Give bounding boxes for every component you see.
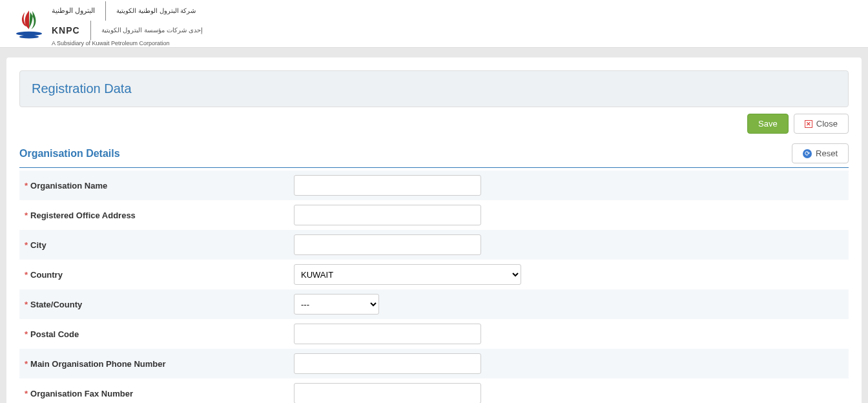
brand-short: KNPC (52, 25, 80, 36)
org-form: *Organisation Name *Registered Office Ad… (19, 170, 849, 403)
input-city[interactable] (294, 234, 481, 255)
reset-label: Reset (816, 149, 838, 158)
app-header: البترول الوطنية شركة البترول الوطنية الك… (0, 0, 868, 48)
row-org-name: *Organisation Name (19, 170, 849, 200)
label-country: Country (30, 270, 63, 280)
section-title: Organisation Details (19, 148, 120, 160)
input-fax[interactable] (294, 383, 481, 403)
close-button[interactable]: ✕ Close (794, 114, 849, 134)
input-postal[interactable] (294, 324, 481, 344)
knpc-flame-icon (13, 8, 45, 40)
brand-subsidiary: A Subsidiary of Kuwait Petroleum Corpora… (52, 40, 203, 46)
save-button[interactable]: Save (747, 114, 789, 134)
input-org-name[interactable] (294, 175, 481, 196)
label-state: State/County (30, 300, 82, 309)
label-phone: Main Organisation Phone Number (30, 359, 165, 369)
reset-icon: ⟳ (803, 149, 812, 158)
brand-ar-sub: إحدى شركات مؤسسة البترول الكويتية (101, 26, 203, 34)
input-phone[interactable] (294, 353, 481, 374)
row-fax: *Organisation Fax Number (19, 378, 849, 403)
label-city: City (30, 240, 46, 250)
panel-title: Registration Data (19, 70, 849, 107)
label-postal: Postal Code (30, 329, 79, 339)
main-card: Registration Data Save ✕ Close Organisat… (6, 57, 862, 403)
save-label: Save (758, 119, 778, 129)
row-address: *Registered Office Address (19, 200, 849, 230)
label-address: Registered Office Address (30, 211, 136, 220)
row-country: *Country KUWAIT (19, 260, 849, 289)
select-country[interactable]: KUWAIT (294, 264, 521, 285)
row-phone: *Main Organisation Phone Number (19, 349, 849, 378)
select-state[interactable]: --- (294, 294, 379, 315)
close-label: Close (816, 119, 838, 129)
close-icon: ✕ (805, 120, 812, 128)
brand-ar-full: شركة البترول الوطنية الكويتية (116, 7, 196, 14)
row-postal: *Postal Code (19, 319, 849, 349)
svg-point-1 (19, 35, 39, 38)
reset-button[interactable]: ⟳ Reset (792, 143, 849, 163)
brand-text: البترول الوطنية شركة البترول الوطنية الك… (52, 1, 203, 46)
brand-ar-short: البترول الوطنية (52, 6, 95, 15)
brand-logo: البترول الوطنية شركة البترول الوطنية الك… (13, 0, 855, 47)
svg-point-0 (16, 31, 42, 36)
input-address[interactable] (294, 205, 481, 225)
label-fax: Organisation Fax Number (30, 389, 133, 398)
row-state: *State/County --- (19, 289, 849, 319)
label-org-name: Organisation Name (30, 181, 107, 191)
row-city: *City (19, 230, 849, 260)
